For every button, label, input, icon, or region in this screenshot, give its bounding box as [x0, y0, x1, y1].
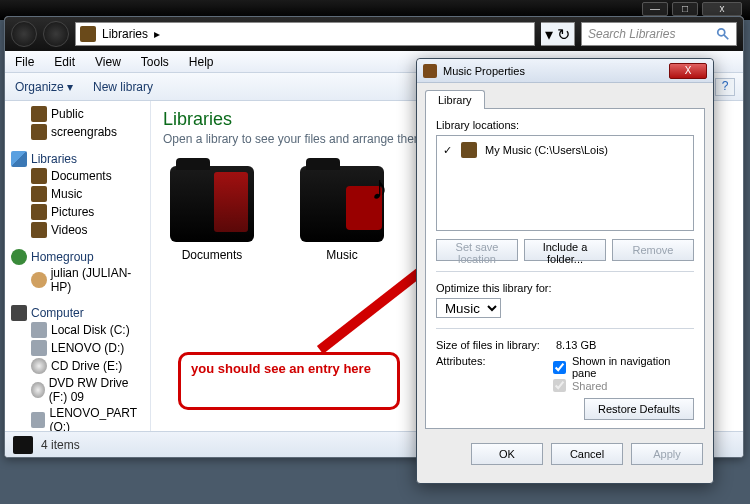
pictures-icon	[31, 204, 47, 220]
menu-tools[interactable]: Tools	[131, 53, 179, 71]
status-count: 4 items	[41, 438, 80, 452]
documents-icon	[31, 168, 47, 184]
maximize-button[interactable]: □	[672, 2, 698, 16]
locations-label: Library locations:	[436, 119, 694, 131]
nav-pictures[interactable]: Pictures	[11, 203, 150, 221]
libraries-icon	[11, 151, 27, 167]
drive-icon	[31, 322, 47, 338]
remove-button: Remove	[612, 239, 694, 261]
nav-drive-d[interactable]: LENOVO (D:)	[11, 339, 150, 357]
homegroup-icon	[11, 249, 27, 265]
breadcrumb-root[interactable]: Libraries	[102, 27, 148, 41]
libraries-icon	[80, 26, 96, 42]
nav-libraries[interactable]: Libraries	[11, 151, 150, 167]
folder-icon	[31, 106, 47, 122]
set-save-location-button: Set save location	[436, 239, 518, 261]
size-label: Size of files in library:	[436, 339, 546, 351]
breadcrumb[interactable]: Libraries ▸	[75, 22, 535, 46]
folder-icon	[461, 142, 477, 158]
music-folder-icon	[300, 166, 384, 242]
nav-homegroup[interactable]: Homegroup	[11, 249, 150, 265]
optimize-label: Optimize this library for:	[436, 282, 694, 294]
library-item-music[interactable]: Music	[297, 166, 387, 262]
cancel-button[interactable]: Cancel	[551, 443, 623, 465]
menu-file[interactable]: File	[5, 53, 44, 71]
breadcrumb-dropdown[interactable]: ▾ ↻	[541, 22, 575, 46]
library-label: Documents	[182, 248, 243, 262]
music-icon	[31, 186, 47, 202]
nav-screengrabs[interactable]: screengrabs	[11, 123, 150, 141]
documents-folder-icon	[170, 166, 254, 242]
back-button[interactable]	[11, 21, 37, 47]
breadcrumb-sep: ▸	[154, 27, 160, 41]
dialog-title: Music Properties	[443, 65, 525, 77]
folder-icon	[31, 124, 47, 140]
nav-computer[interactable]: Computer	[11, 305, 150, 321]
search-input[interactable]: Search Libraries	[581, 22, 737, 46]
nav-music[interactable]: Music	[11, 185, 150, 203]
size-value: 8.13 GB	[556, 339, 596, 351]
forward-button[interactable]	[43, 21, 69, 47]
svg-point-0	[718, 29, 725, 36]
menu-view[interactable]: View	[85, 53, 131, 71]
include-folder-button[interactable]: Include a folder...	[524, 239, 606, 261]
optimize-select[interactable]: Music	[436, 298, 501, 318]
search-icon	[716, 27, 730, 41]
close-button[interactable]: x	[702, 2, 742, 16]
address-row: Libraries ▸ ▾ ↻ Search Libraries	[5, 17, 743, 51]
ok-button[interactable]: OK	[471, 443, 543, 465]
dialog-icon	[423, 64, 437, 78]
nav-pane: Public screengrabs Libraries Documents M…	[5, 101, 151, 431]
nav-videos[interactable]: Videos	[11, 221, 150, 239]
properties-dialog: Music Properties X Library Library locat…	[416, 58, 714, 484]
shown-in-nav-label: Shown in navigation pane	[572, 355, 694, 379]
status-folder-icon	[13, 436, 33, 454]
locations-list[interactable]: ✓ My Music (C:\Users\Lois)	[436, 135, 694, 231]
minimize-button[interactable]: —	[642, 2, 668, 16]
new-library-button[interactable]: New library	[83, 76, 163, 98]
nav-drive-f[interactable]: DVD RW Drive (F:) 09	[11, 375, 150, 405]
user-icon	[31, 272, 47, 288]
annotation-callout: you should see an entry here	[178, 352, 400, 410]
location-path: My Music (C:\Users\Lois)	[485, 144, 608, 156]
shared-checkbox	[553, 379, 566, 392]
tab-page: Library locations: ✓ My Music (C:\Users\…	[425, 108, 705, 429]
nav-drive-o[interactable]: LENOVO_PART (O:)	[11, 405, 150, 431]
drive-icon	[31, 340, 47, 356]
disc-icon	[31, 382, 45, 398]
nav-hg-user[interactable]: julian (JULIAN-HP)	[11, 265, 150, 295]
dialog-titlebar[interactable]: Music Properties X	[417, 59, 713, 83]
menu-edit[interactable]: Edit	[44, 53, 85, 71]
disc-icon	[31, 358, 47, 374]
svg-line-1	[724, 35, 728, 39]
shown-in-nav-checkbox[interactable]	[553, 361, 566, 374]
videos-icon	[31, 222, 47, 238]
nav-drive-c[interactable]: Local Disk (C:)	[11, 321, 150, 339]
restore-defaults-button[interactable]: Restore Defaults	[584, 398, 694, 420]
tab-library[interactable]: Library	[425, 90, 485, 109]
library-item-documents[interactable]: Documents	[167, 166, 257, 262]
organize-button[interactable]: Organize ▾	[5, 76, 83, 98]
drive-icon	[31, 412, 45, 428]
check-icon: ✓	[443, 144, 453, 157]
search-placeholder: Search Libraries	[588, 27, 675, 41]
location-item[interactable]: ✓ My Music (C:\Users\Lois)	[443, 142, 687, 158]
computer-icon	[11, 305, 27, 321]
attributes-label: Attributes:	[436, 355, 543, 367]
help-button[interactable]: ?	[715, 78, 735, 96]
nav-documents[interactable]: Documents	[11, 167, 150, 185]
shared-label: Shared	[572, 380, 607, 392]
library-label: Music	[326, 248, 357, 262]
dialog-close-button[interactable]: X	[669, 63, 707, 79]
apply-button: Apply	[631, 443, 703, 465]
nav-drive-e[interactable]: CD Drive (E:)	[11, 357, 150, 375]
nav-public[interactable]: Public	[11, 105, 150, 123]
menu-help[interactable]: Help	[179, 53, 224, 71]
